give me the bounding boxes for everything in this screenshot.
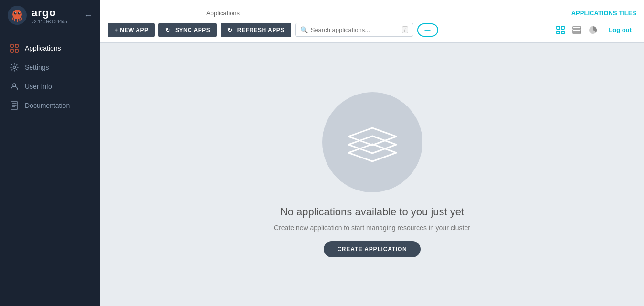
search-box: 🔍 / bbox=[295, 23, 413, 37]
svg-rect-8 bbox=[11, 49, 13, 52]
svg-rect-12 bbox=[11, 102, 18, 109]
svg-point-4 bbox=[15, 12, 16, 13]
svg-rect-18 bbox=[573, 30, 581, 32]
svg-point-10 bbox=[13, 66, 16, 69]
sidebar-nav: Applications Settings User Info bbox=[0, 31, 100, 306]
sidebar-item-label: Documentation bbox=[25, 102, 70, 109]
summary-view-button[interactable] bbox=[586, 23, 600, 37]
svg-rect-14 bbox=[561, 26, 564, 29]
sidebar-item-label: Settings bbox=[25, 63, 49, 71]
filter-button[interactable]: — bbox=[417, 23, 438, 37]
documentation-icon bbox=[10, 101, 19, 110]
main-content: Applications APPLICATIONS TILES + NEW AP… bbox=[100, 0, 644, 306]
svg-rect-7 bbox=[15, 44, 18, 47]
layers-icon bbox=[344, 118, 401, 166]
search-kbd: / bbox=[402, 26, 408, 33]
sync-apps-button[interactable]: ↻ SYNC APPS bbox=[158, 23, 217, 37]
svg-point-2 bbox=[14, 12, 17, 15]
new-app-button[interactable]: + NEW APP bbox=[108, 23, 155, 37]
refresh-apps-button[interactable]: ↻ REFRESH APPS bbox=[221, 23, 291, 37]
svg-rect-16 bbox=[561, 31, 564, 34]
empty-state: No applications available to you just ye… bbox=[274, 92, 470, 257]
breadcrumb: Applications bbox=[206, 10, 240, 17]
list-view-button[interactable] bbox=[570, 23, 584, 37]
sidebar: argo v2.11.3+3f344d5 ← Applications bbox=[0, 0, 100, 306]
svg-rect-13 bbox=[557, 26, 560, 29]
svg-rect-9 bbox=[15, 49, 18, 52]
settings-icon bbox=[10, 63, 19, 72]
topbar: Applications APPLICATIONS TILES + NEW AP… bbox=[100, 0, 644, 43]
grid-icon bbox=[556, 26, 565, 34]
app-name: argo bbox=[32, 7, 67, 19]
view-label: APPLICATIONS TILES bbox=[571, 10, 636, 17]
sidebar-item-label: Applications bbox=[25, 44, 61, 52]
view-controls bbox=[553, 23, 600, 37]
svg-point-11 bbox=[13, 84, 16, 86]
logout-button[interactable]: Log out bbox=[604, 23, 636, 36]
content-area: No applications available to you just ye… bbox=[100, 43, 644, 306]
search-input[interactable] bbox=[311, 26, 399, 33]
search-icon: 🔍 bbox=[300, 26, 308, 33]
sidebar-back-button[interactable]: ← bbox=[84, 11, 93, 21]
create-application-button[interactable]: CREATE APPLICATION bbox=[324, 241, 420, 257]
sidebar-item-applications[interactable]: Applications bbox=[0, 39, 100, 58]
pie-icon bbox=[589, 26, 597, 34]
sidebar-item-documentation[interactable]: Documentation bbox=[0, 96, 100, 115]
empty-icon-circle bbox=[322, 92, 422, 192]
svg-rect-15 bbox=[557, 31, 560, 34]
svg-point-5 bbox=[19, 12, 20, 13]
svg-rect-19 bbox=[573, 32, 581, 33]
user-icon bbox=[10, 82, 19, 91]
toolbar: + NEW APP ↻ SYNC APPS ↻ REFRESH APPS 🔍 /… bbox=[108, 6, 636, 37]
svg-point-1 bbox=[12, 10, 22, 19]
empty-state-subtitle: Create new application to start managing… bbox=[274, 224, 470, 232]
sidebar-item-label: User Info bbox=[25, 83, 52, 90]
applications-icon bbox=[10, 43, 19, 53]
svg-point-3 bbox=[18, 12, 21, 15]
logo-text: argo v2.11.3+3f344d5 bbox=[32, 7, 67, 24]
grid-view-button[interactable] bbox=[553, 23, 568, 37]
sidebar-logo: argo v2.11.3+3f344d5 ← bbox=[0, 0, 100, 31]
argo-logo-icon bbox=[8, 6, 27, 25]
svg-rect-6 bbox=[11, 44, 13, 47]
sidebar-item-user-info[interactable]: User Info bbox=[0, 77, 100, 96]
app-version: v2.11.3+3f344d5 bbox=[32, 19, 67, 24]
list-icon bbox=[572, 26, 581, 34]
sidebar-item-settings[interactable]: Settings bbox=[0, 58, 100, 77]
svg-rect-17 bbox=[573, 27, 581, 29]
empty-state-title: No applications available to you just ye… bbox=[280, 206, 464, 218]
